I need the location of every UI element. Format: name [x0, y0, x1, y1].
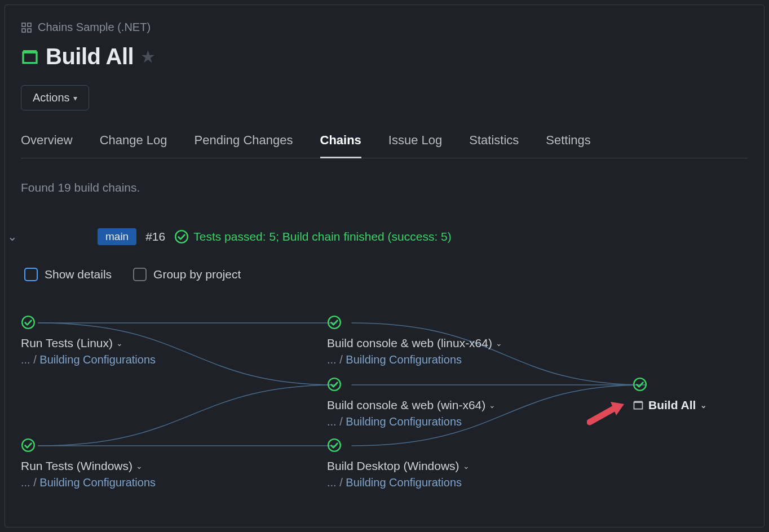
branch-tag[interactable]: main — [98, 228, 136, 245]
success-check-icon — [327, 377, 342, 392]
node-title[interactable]: Build All ⌄ — [633, 398, 745, 412]
svg-rect-5 — [23, 50, 37, 53]
success-check-icon — [327, 438, 342, 453]
node-path[interactable]: ... / Building Configurations — [327, 476, 553, 489]
success-check-icon — [21, 315, 36, 330]
svg-rect-2 — [22, 29, 25, 32]
tabs: Overview Change Log Pending Changes Chai… — [21, 133, 748, 158]
chevron-down-icon[interactable]: ⌄ — [7, 230, 17, 243]
svg-point-10 — [328, 378, 341, 391]
node-title[interactable]: Build Desktop (Windows)⌄ — [327, 459, 553, 473]
chevron-down-icon: ▾ — [73, 94, 77, 103]
svg-rect-3 — [28, 29, 31, 32]
node-title[interactable]: Build console & web (linux-x64)⌄ — [327, 336, 553, 350]
group-by-project-checkbox[interactable]: Group by project — [133, 268, 241, 281]
build-config-icon — [633, 400, 644, 411]
chevron-down-icon: ⌄ — [136, 462, 143, 471]
node-build-desktop-windows: Build Desktop (Windows)⌄ ... / Building … — [327, 438, 553, 489]
node-path[interactable]: ... / Building Configurations — [327, 415, 553, 428]
node-build-all: Build All ⌄ — [633, 377, 745, 412]
actions-button[interactable]: Actions ▾ — [21, 85, 89, 110]
svg-rect-14 — [634, 401, 643, 403]
checkbox-icon — [24, 268, 38, 281]
tab-change-log[interactable]: Change Log — [100, 133, 167, 158]
tab-statistics[interactable]: Statistics — [469, 133, 519, 158]
svg-point-7 — [22, 316, 34, 329]
svg-point-9 — [328, 316, 341, 329]
breadcrumb[interactable]: Chains Sample (.NET) — [21, 21, 748, 34]
node-build-console-linux: Build console & web (linux-x64)⌄ ... / B… — [327, 315, 553, 366]
build-number[interactable]: #16 — [145, 230, 165, 243]
favorite-star-icon[interactable]: ★ — [140, 47, 156, 66]
tab-chains[interactable]: Chains — [320, 133, 361, 158]
chevron-down-icon: ⌄ — [116, 339, 123, 348]
build-config-icon — [21, 48, 39, 66]
tab-pending-changes[interactable]: Pending Changes — [195, 133, 293, 158]
svg-point-8 — [22, 439, 34, 451]
node-title[interactable]: Build console & web (win-x64)⌄ — [327, 398, 553, 412]
found-chains-text: Found 19 build chains. — [21, 181, 748, 194]
tab-overview[interactable]: Overview — [21, 133, 73, 158]
breadcrumb-project[interactable]: Chains Sample (.NET) — [38, 21, 151, 34]
svg-point-6 — [175, 230, 188, 243]
svg-rect-4 — [23, 52, 37, 63]
checkbox-icon — [133, 268, 147, 281]
node-run-tests-linux: Run Tests (Linux)⌄ ... / Building Config… — [21, 315, 246, 366]
node-run-tests-windows: Run Tests (Windows)⌄ ... / Building Conf… — [21, 438, 246, 489]
node-path[interactable]: ... / Building Configurations — [21, 476, 246, 489]
success-check-icon — [633, 377, 647, 392]
grid-icon — [21, 22, 32, 33]
chevron-down-icon: ⌄ — [700, 401, 707, 410]
chain-header: ⌄ main #16 Tests passed: 5; Build chain … — [21, 228, 748, 245]
node-title[interactable]: Run Tests (Linux)⌄ — [21, 336, 246, 350]
success-check-icon — [327, 315, 342, 330]
chain-status[interactable]: Tests passed: 5; Build chain finished (s… — [174, 229, 452, 244]
node-title[interactable]: Run Tests (Windows)⌄ — [21, 459, 246, 473]
success-check-icon — [21, 438, 36, 453]
tab-settings[interactable]: Settings — [546, 133, 591, 158]
node-path[interactable]: ... / Building Configurations — [21, 353, 246, 366]
svg-rect-13 — [634, 402, 643, 409]
success-check-icon — [174, 229, 189, 244]
svg-rect-0 — [22, 23, 25, 26]
node-path[interactable]: ... / Building Configurations — [327, 353, 553, 366]
tab-issue-log[interactable]: Issue Log — [388, 133, 442, 158]
show-details-checkbox[interactable]: Show details — [24, 268, 112, 281]
build-chain-graph: Run Tests (Linux)⌄ ... / Building Config… — [21, 315, 748, 518]
svg-rect-1 — [28, 23, 31, 26]
node-build-console-win: Build console & web (win-x64)⌄ ... / Bui… — [327, 377, 553, 428]
chevron-down-icon: ⌄ — [496, 339, 502, 348]
svg-point-11 — [328, 439, 341, 451]
page-title: Build All — [46, 44, 134, 69]
chevron-down-icon: ⌄ — [463, 462, 470, 471]
chevron-down-icon: ⌄ — [489, 401, 496, 410]
svg-point-12 — [634, 378, 646, 391]
